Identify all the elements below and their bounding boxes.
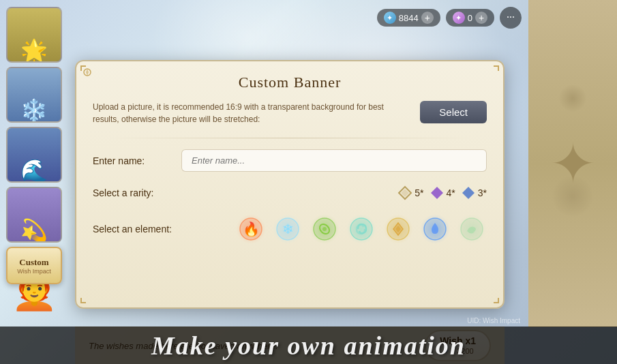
electro-icon[interactable]	[457, 214, 487, 244]
sidebar-item-char1[interactable]: 🌟	[6, 7, 62, 63]
svg-point-12	[350, 218, 372, 240]
hydro-icon[interactable]	[420, 214, 450, 244]
upload-section: Upload a picture, it is recommended 16:9…	[93, 101, 487, 125]
pyro-icon[interactable]: 🔥	[236, 214, 266, 244]
3star-label: 3*	[478, 187, 487, 198]
geo-icon[interactable]	[383, 214, 413, 244]
custom-tab-label: Custom	[19, 257, 48, 268]
element-label: Select an element:	[93, 224, 181, 234]
dialog: Custom Banner Upload a picture, it is re…	[75, 60, 505, 309]
select-file-button[interactable]: Select	[420, 101, 487, 123]
dialog-title: Custom Banner	[76, 61, 503, 101]
custom-tab-sublabel: Wish Impact	[17, 268, 51, 275]
bottom-title-banner: Make your own animation	[0, 327, 617, 364]
sidebar: 🌟 ❄️ 🌊 💫 Custom Wish Impact	[0, 0, 68, 327]
svg-text:❄: ❄	[282, 222, 294, 237]
custom-tab[interactable]: Custom Wish Impact	[6, 247, 62, 284]
name-row: Enter name:	[93, 149, 487, 172]
name-label: Enter name:	[93, 155, 181, 166]
4star-diamond-icon	[430, 185, 445, 200]
sidebar-item-char3[interactable]: 🌊	[6, 127, 62, 183]
divider1	[109, 138, 470, 138]
rarity-label: Select a rarity:	[93, 187, 181, 198]
corner-tr	[484, 64, 500, 80]
sidebar-item-char4[interactable]: 💫	[6, 187, 62, 243]
svg-marker-3	[431, 187, 443, 199]
primogem-icon: ✦	[384, 12, 396, 24]
char2-icon: ❄️	[20, 100, 48, 121]
primogem-count: 8844	[399, 13, 419, 23]
svg-text:🔥: 🔥	[243, 221, 260, 237]
svg-point-11	[322, 227, 327, 231]
rarity-row: Select a rarity: 5* 4*	[93, 185, 487, 200]
rarity-options: 5* 4* 3*	[181, 185, 487, 200]
intertwined-icon: ✦	[453, 12, 465, 24]
element-row: Select an element: 🔥 ❄	[93, 214, 487, 244]
more-options-button[interactable]: ···	[500, 7, 522, 29]
dialog-content: Upload a picture, it is recommended 16:9…	[76, 101, 503, 244]
rarity-5star[interactable]: 5*	[397, 185, 423, 200]
corner-br	[484, 288, 500, 305]
rarity-4star[interactable]: 4*	[430, 185, 455, 200]
upload-description: Upload a picture, it is recommended 16:9…	[93, 101, 406, 125]
svg-marker-4	[462, 187, 475, 199]
char4-icon: 💫	[20, 219, 48, 241]
char1-icon: 🌟	[20, 40, 48, 61]
corner-bl	[79, 288, 95, 305]
anemo-icon[interactable]	[346, 214, 376, 244]
add-intertwined-button[interactable]: +	[475, 12, 487, 24]
name-input[interactable]	[181, 149, 487, 172]
intertwined-display: ✦ 0 +	[446, 9, 494, 27]
top-bar: ✦ 8844 + ✦ 0 + ···	[377, 7, 522, 29]
deco-symbol: ✦	[550, 132, 596, 196]
cryo-icon[interactable]: ❄	[273, 214, 303, 244]
uid-text: UID: Wish Impact	[467, 317, 520, 324]
char3-icon: 🌊	[20, 160, 48, 181]
3star-diamond-icon	[461, 185, 476, 200]
rarity-3star[interactable]: 3*	[461, 185, 487, 200]
dendro-icon[interactable]	[310, 214, 340, 244]
intertwined-count: 0	[468, 13, 472, 23]
4star-label: 4*	[447, 187, 455, 198]
add-primogem-button[interactable]: +	[421, 12, 434, 24]
5star-label: 5*	[415, 187, 423, 198]
bottom-title-text: Make your own animation	[151, 331, 466, 361]
element-options: 🔥 ❄	[181, 214, 487, 244]
sidebar-item-char2[interactable]: ❄️	[6, 67, 62, 123]
5star-diamond-icon	[397, 185, 412, 200]
primogem-display: ✦ 8844 +	[377, 9, 440, 27]
right-decoration: ✦	[528, 0, 617, 327]
corner-tl	[79, 64, 95, 80]
